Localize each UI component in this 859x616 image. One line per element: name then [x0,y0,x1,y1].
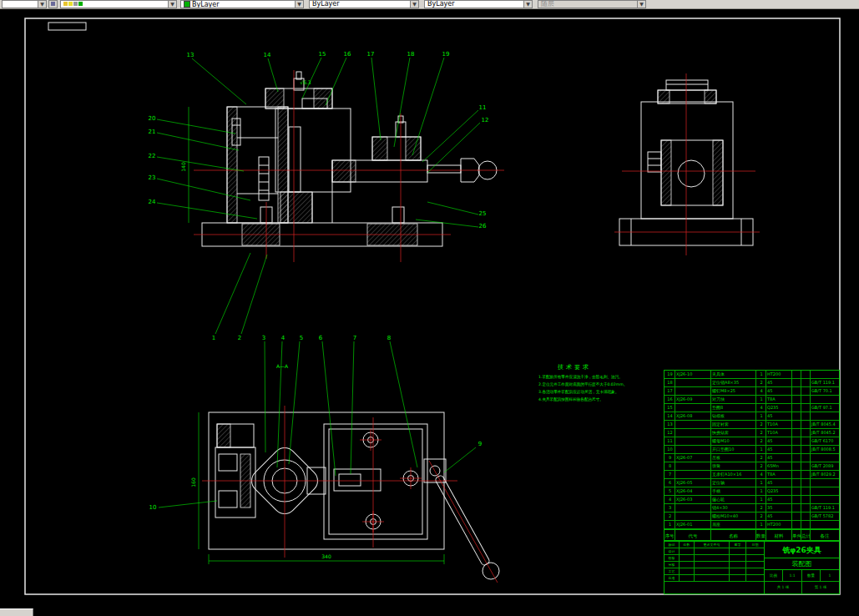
sheet-number: 第 1 张 [802,582,839,593]
bom-cell-no: 16 [664,396,675,403]
bom-cell-weight-single [792,371,801,378]
bom-cell-remark [811,396,839,403]
bom-cell-qty: 1 [756,479,766,487]
svg-text:16: 16 [344,51,351,58]
bom-cell-weight-single [792,521,801,528]
bom-cell-name: 定位轴 [711,479,756,487]
title-block-sign-row: 工艺 [664,568,764,575]
bom-cell-qty: 4 [756,471,766,478]
color-swatch-icon [184,1,190,8]
bom-cell-code: XJ26-07 [675,454,711,462]
bom-cell-code: XJ26-03 [675,496,711,503]
part-callout: 25 [427,202,486,217]
color-combo[interactable]: ByLayer ▼ [180,0,304,8]
layers-icon [51,2,55,6]
layers-button[interactable] [48,0,58,8]
svg-text:4: 4 [281,335,285,341]
part-callout: 6 [319,335,336,476]
bom-cell-no: 12 [664,429,675,437]
bom-cell-name: 对刀块 [711,396,756,403]
linetype-combo[interactable]: ByLayer ▼ [309,0,419,8]
bom-cell-weight-total [801,496,811,503]
bom-cell-name: 手柄 [711,487,756,495]
bom-cell-weight-single [792,421,801,428]
bom-row: 7 支承钉A10×16 4 T8A JB/T 8029.2 [664,471,839,479]
bom-cell-no: 1 [664,521,675,528]
tech-requirement-line: 1.装配前所有零件应清洗干净，去除毛刺、油污。 [538,374,623,380]
bom-cell-no: 14 [664,412,675,420]
bom-row: 15 垫圈8 4 Q235 GB/T 97.1 [664,404,839,412]
bom-cell-weight-total [801,487,811,495]
title-block-sign-row: 批准 [664,575,764,582]
tech-requirement-line: 3.各活动零件装配后应运动灵活，无卡滞现象。 [538,389,619,395]
svg-text:20: 20 [149,115,156,122]
bom-header-weight-single: 单件 [792,530,801,542]
bom-cell-name: 垫圈8 [711,404,756,412]
chevron-down-icon: ▼ [295,1,303,8]
bom-cell-code [675,437,711,445]
lightbulb-icon [63,2,68,6]
bom-row: 18 定位销A8×35 2 45 GB/T 119.1 [664,379,839,387]
svg-text:21: 21 [149,129,156,135]
bom-cell-mat: Q235 [766,404,792,412]
bom-cell-remark [811,521,839,528]
part-callout: 9 [444,441,482,472]
svg-text:15: 15 [319,51,326,58]
layer-combo[interactable]: ▼ [60,0,177,8]
bom-cell-no: 7 [664,471,675,478]
part-callout: 10 [149,501,217,511]
scale-label: 比例 [765,570,783,581]
bom-cell-qty: 1 [756,496,766,503]
bom-cell-code: XJ26-04 [675,487,711,495]
bom-cell-remark [811,412,839,420]
bom-cell-code [675,446,711,453]
bom-cell-qty: 1 [756,487,766,495]
lineweight-combo[interactable]: ByLayer ▼ [424,0,533,8]
qty-label: 数量 [802,570,821,581]
bom-cell-remark [811,371,839,378]
plotstyle-combo[interactable]: 随层 ▼ [538,0,646,8]
bom-cell-remark: GB/T 70.1 [811,387,839,395]
title-block-header-row: 标记 处数 更改文件号 签字 日期 [664,542,764,548]
bom-cell-no: 5 [664,487,675,495]
bom-cell-name: 开口垫圈10 [711,446,756,453]
bom-cell-no: 2 [664,512,675,520]
bom-row: 12 快换钻套 2 T10A JB/T 8045.2 [664,429,839,437]
bom-cell-weight-single [792,471,801,478]
bom-row: 4 XJ26-03 偏心轮 1 45 [664,496,839,504]
part-callout: 5 [289,335,303,464]
svg-text:23: 23 [149,174,156,181]
svg-text:3.各活动零件装配后应运动灵活，无卡滞现象。: 3.各活动零件装配后应运动灵活，无卡滞现象。 [538,389,619,395]
bom-cell-name: 快换钻套 [711,429,756,437]
bom-cell-name: 螺钉M8×25 [711,387,756,395]
front-section-view [194,70,504,262]
svg-text:2: 2 [238,335,241,341]
svg-text:3: 3 [262,335,265,341]
bom-row: 16 XJ26-09 对刀块 1 T8A [664,396,839,404]
tech-requirements: 技术要求 [557,364,591,371]
bom-cell-mat: Q235 [766,487,792,495]
part-callout: 18 [394,51,414,147]
bom-cell-weight-single [792,446,801,453]
bom-cell-code [675,512,711,520]
bom-cell-remark: JB/T 8029.2 [811,471,839,478]
tech-requirements-title: 技术要求 [557,364,591,371]
svg-text:19: 19 [442,51,450,58]
bom-row: 6 XJ26-05 定位轴 1 45 [664,479,839,487]
bom-cell-qty: 2 [756,379,766,386]
bom-header-qty: 数量 [756,530,766,542]
svg-text:A—A: A—A [276,363,289,369]
view-combo[interactable]: ▼ [2,0,47,8]
bom-cell-code [675,504,711,512]
bom-cell-no: 11 [664,437,675,445]
part-callout: 7 [351,335,356,474]
bom-header-weight-total: 总计 [801,530,811,542]
bom-cell-remark: JB/T 8008.5 [811,446,839,453]
bom-cell-mat: 35 [766,504,792,512]
bom-cell-code [675,387,711,395]
drawing-doc-type: 装配图 [765,558,839,570]
bom-cell-name: 支承钉A10×16 [711,471,756,478]
side-view-centerlines [614,73,760,255]
bom-cell-remark: JB/T 8045.4 [811,421,839,428]
bom-cell-name: 偏心轮 [711,496,756,503]
